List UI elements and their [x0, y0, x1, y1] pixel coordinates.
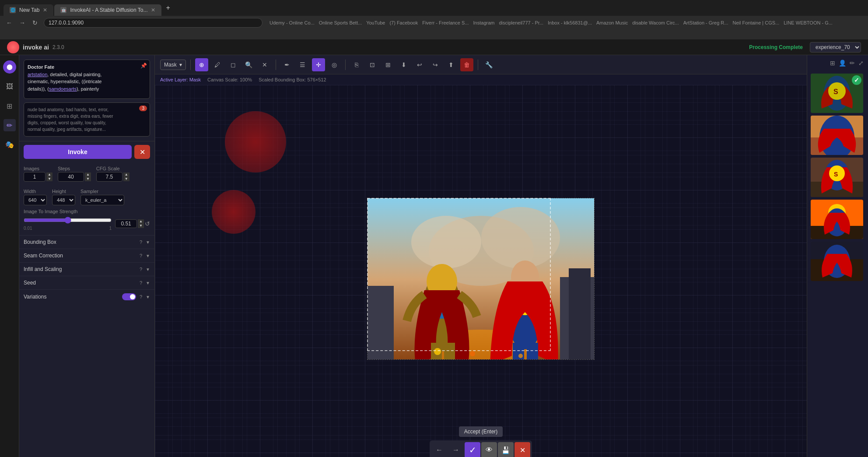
- steps-input[interactable]: [58, 172, 84, 182]
- images-spin-up[interactable]: ▲: [46, 172, 52, 177]
- right-panel: ⊞ 👤 ✏ ⤢ S ✓: [807, 55, 868, 457]
- strength-reset-button[interactable]: ↺: [145, 220, 150, 227]
- steps-spin-down[interactable]: ▼: [85, 177, 91, 181]
- save-button[interactable]: 💾: [498, 442, 514, 457]
- right-icon-1[interactable]: ⊞: [829, 59, 836, 67]
- toolbar-copy-button[interactable]: ⎘: [350, 58, 363, 71]
- thumbnail-1[interactable]: S ✓: [811, 74, 863, 113]
- bookmark-youtube[interactable]: YouTube: [366, 20, 385, 25]
- toolbar-settings-button[interactable]: ☰: [296, 58, 309, 71]
- toolbar-delete-button[interactable]: 🗑: [460, 58, 473, 71]
- seam-correction-help-icon[interactable]: ?: [140, 253, 142, 258]
- thumbnail-5[interactable]: [811, 242, 863, 281]
- variations-help-icon[interactable]: ?: [140, 294, 142, 299]
- thumbnail-4[interactable]: [811, 200, 863, 239]
- bounding-box-help-icon[interactable]: ?: [140, 239, 142, 245]
- browser-url-bar[interactable]: 127.0.0.1:9090: [44, 18, 262, 28]
- bookmark-fiverr[interactable]: Fiverr - Freelance S...: [422, 20, 469, 25]
- sampler-select[interactable]: k_euler_a: [80, 195, 124, 205]
- thumbnail-2[interactable]: [811, 116, 863, 155]
- prev-image-button[interactable]: ←: [431, 442, 447, 457]
- toolbar-close-button[interactable]: ✕: [258, 58, 271, 71]
- bookmark-neil[interactable]: Neil Fontaine | CGS...: [732, 20, 779, 25]
- infill-scaling-header[interactable]: Infill and Scaling ? ▼: [19, 263, 154, 276]
- bookmark-instagram[interactable]: Instagram: [473, 20, 495, 25]
- next-image-button[interactable]: →: [448, 442, 464, 457]
- variations-header[interactable]: Variations ? ▼: [19, 290, 154, 304]
- sidebar-icon-canvas[interactable]: ✏: [4, 119, 16, 131]
- images-spin-down[interactable]: ▼: [46, 177, 52, 181]
- toolbar-zoom-button[interactable]: 🔍: [242, 58, 256, 71]
- sidebar-icon-settings[interactable]: ⚙: [4, 455, 16, 457]
- bookmark-udemy[interactable]: Udemy - Online Co...: [270, 20, 315, 25]
- sidebar-icon-layers[interactable]: ⊞: [4, 100, 16, 112]
- cfg-input[interactable]: [96, 172, 122, 182]
- toolbar-erase-button[interactable]: ◻: [227, 58, 240, 71]
- toolbar-plus-button[interactable]: ✛: [312, 58, 325, 71]
- toolbar-paste-button[interactable]: ⊡: [366, 58, 379, 71]
- negative-prompt-box[interactable]: 3 nude bad anatomy, bad hands, text, err…: [24, 102, 150, 137]
- thumbnail-3[interactable]: S: [811, 158, 863, 197]
- tab-invokeai[interactable]: 🤖 InvokeAI - A Stable Diffusion To... ✕: [54, 4, 161, 16]
- mask-dropdown[interactable]: Mask ▾: [160, 60, 186, 70]
- bookmark-amazon[interactable]: Amazon Music: [596, 20, 628, 25]
- infill-scaling-help-icon[interactable]: ?: [140, 267, 142, 272]
- steps-spin-up[interactable]: ▲: [85, 172, 91, 177]
- canvas-viewport[interactable]: S: [155, 85, 807, 457]
- toolbar-circle-button[interactable]: ◎: [328, 58, 341, 71]
- toolbar-move-button[interactable]: ⊕: [195, 58, 208, 71]
- toolbar-brush-button[interactable]: 🖊: [211, 58, 224, 71]
- back-button[interactable]: ←: [4, 18, 15, 27]
- toolbar-download-button[interactable]: ⬇: [397, 58, 410, 71]
- bookmark-facebook[interactable]: (7) Facebook: [389, 20, 418, 25]
- width-label: Width: [24, 189, 47, 194]
- tab-close-icon-2[interactable]: ✕: [151, 7, 155, 13]
- variations-toggle[interactable]: [122, 293, 136, 300]
- right-icon-2[interactable]: 👤: [838, 59, 847, 67]
- strength-max: 1: [109, 226, 112, 231]
- eye-button[interactable]: 👁: [481, 442, 497, 457]
- strength-spin-up[interactable]: ▲: [138, 219, 144, 224]
- toolbar-pen-button[interactable]: ✒: [280, 58, 294, 71]
- pin-icon[interactable]: 📌: [140, 63, 147, 69]
- bookmark-webtoon[interactable]: LINE WEBTOON - G...: [784, 20, 833, 25]
- right-icon-pen[interactable]: ✏: [849, 59, 856, 67]
- reload-button[interactable]: ↻: [30, 18, 40, 27]
- height-select[interactable]: 448: [52, 195, 75, 205]
- toolbar-layers-button[interactable]: ⊞: [382, 58, 395, 71]
- toolbar-undo-button[interactable]: ↩: [413, 58, 426, 71]
- strength-spin-down[interactable]: ▼: [138, 224, 144, 228]
- discard-button[interactable]: ✕: [514, 442, 530, 457]
- right-icon-expand[interactable]: ⤢: [858, 59, 864, 67]
- bookmark-artstation[interactable]: ArtStation - Greg R...: [683, 20, 728, 25]
- bounding-box-header[interactable]: Bounding Box ? ▼: [19, 236, 154, 249]
- cfg-spin-down[interactable]: ▼: [123, 177, 130, 181]
- sidebar-icon-gallery[interactable]: 🖼: [4, 81, 16, 93]
- toolbar-redo-button[interactable]: ↪: [429, 58, 442, 71]
- seam-correction-header[interactable]: Seam Correction ? ▼: [19, 249, 154, 262]
- invoke-button[interactable]: Invoke: [24, 145, 132, 159]
- toolbar-upload-button[interactable]: ⬆: [444, 58, 458, 71]
- seed-help-icon[interactable]: ?: [140, 280, 142, 285]
- new-tab-button[interactable]: +: [162, 2, 173, 14]
- bookmark-inbox[interactable]: Inbox - klk56831@...: [548, 20, 592, 25]
- strength-slider[interactable]: [24, 217, 112, 224]
- bookmark-wacom[interactable]: disable Wacom Circ...: [632, 20, 679, 25]
- sidebar-icon-mask[interactable]: 🎭: [4, 138, 16, 151]
- accept-button[interactable]: ✓: [465, 442, 480, 457]
- toolbar-wrench-button[interactable]: 🔧: [483, 58, 496, 71]
- tab-newtab[interactable]: 🌐 New Tab ✕: [4, 4, 53, 16]
- thumb-checkmark-1: ✓: [852, 75, 861, 85]
- cfg-spin-up[interactable]: ▲: [123, 172, 130, 177]
- width-select[interactable]: 640: [24, 195, 47, 205]
- bookmark-sports[interactable]: Online Sports Bett...: [319, 20, 362, 25]
- tab-close-icon[interactable]: ✕: [43, 7, 47, 13]
- forward-button[interactable]: →: [17, 18, 28, 27]
- bookmark-disciple[interactable]: discipleneil777 - Pr...: [499, 20, 543, 25]
- positive-prompt-box[interactable]: 📌 Doctor Fate artstation, detailed, digi…: [24, 60, 150, 99]
- cancel-button[interactable]: ✕: [134, 145, 150, 159]
- strength-value-input[interactable]: [115, 219, 137, 228]
- experience-dropdown[interactable]: experience_70: [810, 42, 861, 53]
- images-input[interactable]: [24, 172, 46, 182]
- seed-header[interactable]: Seed ? ▼: [19, 276, 154, 289]
